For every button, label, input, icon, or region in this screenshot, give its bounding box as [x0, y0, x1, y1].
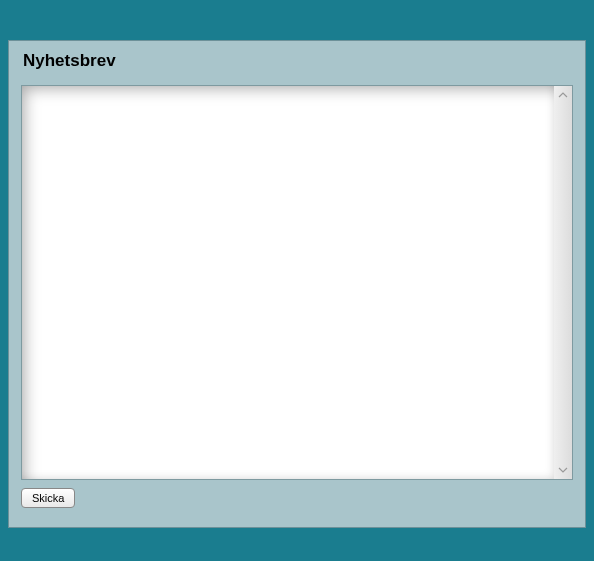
chevron-down-icon: [558, 465, 568, 475]
scrollbar[interactable]: [554, 86, 572, 479]
textarea-inner: [22, 86, 554, 479]
chevron-up-icon: [558, 90, 568, 100]
scroll-up-button[interactable]: [554, 86, 572, 104]
button-row: Skicka: [21, 488, 573, 508]
newsletter-panel: Nyhetsbrev Skicka: [8, 40, 586, 528]
send-button[interactable]: Skicka: [21, 488, 75, 508]
message-textarea-wrapper: [21, 85, 573, 480]
panel-title: Nyhetsbrev: [23, 51, 573, 71]
message-textarea[interactable]: [22, 86, 554, 479]
scroll-down-button[interactable]: [554, 461, 572, 479]
